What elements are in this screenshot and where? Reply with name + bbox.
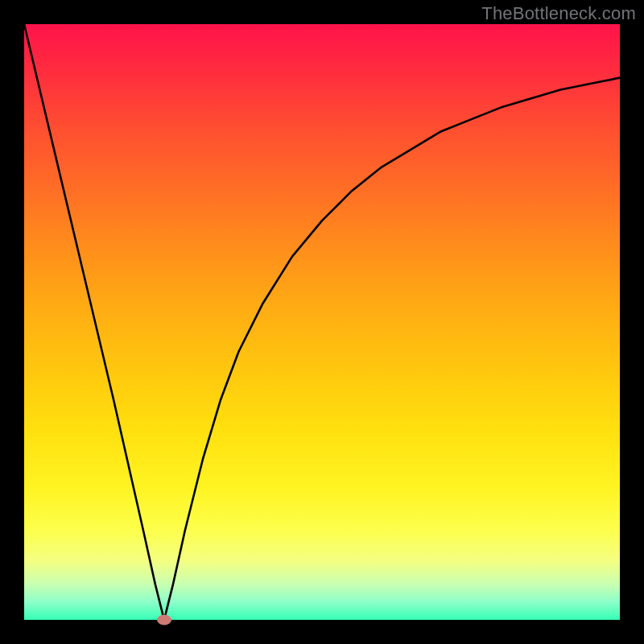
bottleneck-curve [24,24,620,620]
watermark-text: TheBottleneck.com [481,3,636,24]
minimum-marker [157,615,171,625]
plot-area [24,24,620,620]
chart-frame: TheBottleneck.com [0,0,644,644]
curve-svg [24,24,620,620]
